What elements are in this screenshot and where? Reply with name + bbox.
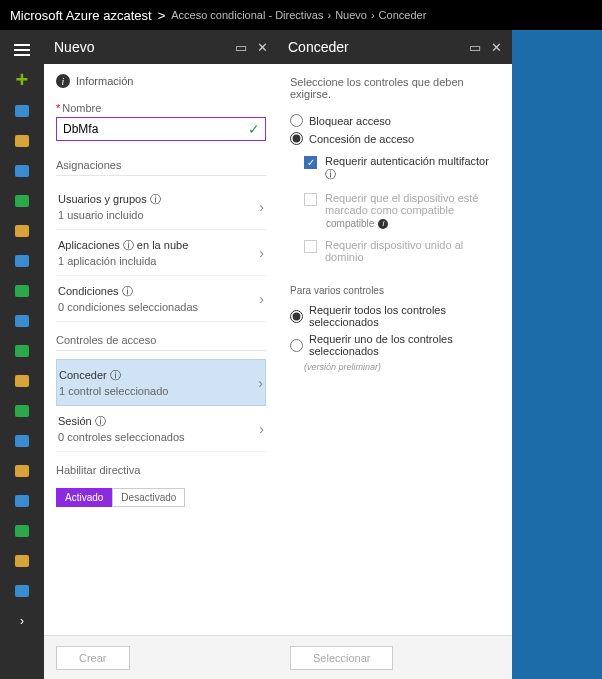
blade-conceder-footer: Seleccionar <box>278 635 512 679</box>
blade-nuevo-footer: Crear <box>44 635 278 679</box>
dashboard-icon[interactable] <box>0 96 44 126</box>
preview-note: (versión preliminar) <box>304 362 500 372</box>
blade-conceder-title: Conceder <box>288 39 349 55</box>
multi-controls-header: Para varios controles <box>290 285 500 296</box>
rail-expand-chevron[interactable]: › <box>0 606 44 636</box>
left-rail: + › <box>0 30 44 679</box>
grid-icon[interactable] <box>0 126 44 156</box>
chevron-right-icon: › <box>259 199 264 215</box>
info-dot-icon: i <box>378 219 388 229</box>
list-item[interactable]: Conceder ⓘ1 control seleccionado› <box>56 359 266 406</box>
grant-intro: Seleccione los controles que deben exigi… <box>290 76 500 100</box>
blade-nuevo-title: Nuevo <box>54 39 94 55</box>
new-resource-button[interactable]: + <box>0 64 44 96</box>
gauge-icon[interactable] <box>0 456 44 486</box>
toggle-off[interactable]: Desactivado <box>112 488 185 507</box>
radio-grant-access[interactable]: Concesión de acceso <box>290 132 500 145</box>
close-icon[interactable]: ✕ <box>257 40 268 55</box>
name-label: *Nombre <box>56 102 266 114</box>
info-label: Información <box>76 75 133 87</box>
chevron-right-icon: › <box>259 291 264 307</box>
assignments-header: Asignaciones <box>56 159 266 176</box>
maximize-icon[interactable]: ▭ <box>235 40 247 55</box>
blade-conceder-header: Conceder ▭ ✕ <box>278 30 512 64</box>
checkbox-require-compliant-device: Requerir que el dispositivo esté marcado… <box>304 192 500 216</box>
chevron-right-icon: › <box>259 421 264 437</box>
crumb-1[interactable]: Nuevo <box>335 9 367 21</box>
top-bar: Microsoft Azure azcatest > Acceso condic… <box>0 0 602 30</box>
blade-conceder: Conceder ▭ ✕ Seleccione los controles qu… <box>278 30 512 679</box>
radio-require-all[interactable]: Requerir todos los controles seleccionad… <box>290 304 500 328</box>
cloud-icon[interactable] <box>0 486 44 516</box>
radio-block-access[interactable]: Bloquear acceso <box>290 114 500 127</box>
name-input[interactable] <box>56 117 266 141</box>
list-item[interactable]: Usuarios y grupos ⓘ1 usuario incluido› <box>56 184 266 230</box>
brand-prefix: Microsoft <box>10 8 66 23</box>
monitor-icon[interactable] <box>0 306 44 336</box>
globe-icon[interactable] <box>0 186 44 216</box>
list-item[interactable]: Condiciones ⓘ0 condiciones seleccionadas… <box>56 276 266 322</box>
create-button[interactable]: Crear <box>56 646 130 670</box>
shield2-icon[interactable] <box>0 516 44 546</box>
crumb-0[interactable]: Acceso condicional - Directivas <box>171 9 323 21</box>
brand-chevron: > <box>158 8 166 23</box>
info-row: i Información <box>56 74 266 88</box>
net-icon[interactable] <box>0 396 44 426</box>
brand: Microsoft Azure azcatest <box>10 8 152 23</box>
close-icon[interactable]: ✕ <box>491 40 502 55</box>
access-controls-header: Controles de acceso <box>56 334 266 351</box>
compliant-hint: compatiblei <box>326 218 500 229</box>
list-item[interactable]: Aplicaciones ⓘ en la nube1 aplicación in… <box>56 230 266 276</box>
checkbox-require-domain-joined: Requerir dispositivo unido al dominio <box>304 239 500 263</box>
drop-icon[interactable] <box>0 276 44 306</box>
blade-nuevo: Nuevo ▭ ✕ i Información *Nombre ✓ Asigna… <box>44 30 278 679</box>
enable-policy-header: Habilitar directiva <box>56 464 266 480</box>
diamond-icon[interactable] <box>0 336 44 366</box>
breadcrumb: Acceso condicional - Directivas›Nuevo›Co… <box>171 9 426 21</box>
ring-icon[interactable] <box>0 546 44 576</box>
cube-icon[interactable] <box>0 156 44 186</box>
chevron-right-icon: › <box>258 375 263 391</box>
shield1-icon[interactable] <box>0 426 44 456</box>
checkbox-require-mfa[interactable]: ✓Requerir autenticación multifactor ⓘ <box>304 155 500 182</box>
chevron-right-icon: › <box>259 245 264 261</box>
hamburger-icon[interactable] <box>0 36 44 64</box>
select-button[interactable]: Seleccionar <box>290 646 393 670</box>
list-item[interactable]: Sesión ⓘ0 controles seleccionados› <box>56 406 266 452</box>
bolt-icon[interactable] <box>0 216 44 246</box>
tenant: azcatest <box>100 8 152 23</box>
radio-require-one[interactable]: Requerir uno de los controles selecciona… <box>290 333 500 357</box>
info-icon: i <box>56 74 70 88</box>
toggle-on[interactable]: Activado <box>56 488 112 507</box>
enable-toggle[interactable]: Activado Desactivado <box>56 488 266 507</box>
crumb-2[interactable]: Conceder <box>379 9 427 21</box>
card-icon[interactable] <box>0 366 44 396</box>
valid-check-icon: ✓ <box>248 121 260 137</box>
db-icon[interactable] <box>0 246 44 276</box>
person-icon[interactable] <box>0 576 44 606</box>
brand-bold: Azure <box>66 8 100 23</box>
blade-nuevo-header: Nuevo ▭ ✕ <box>44 30 278 64</box>
maximize-icon[interactable]: ▭ <box>469 40 481 55</box>
